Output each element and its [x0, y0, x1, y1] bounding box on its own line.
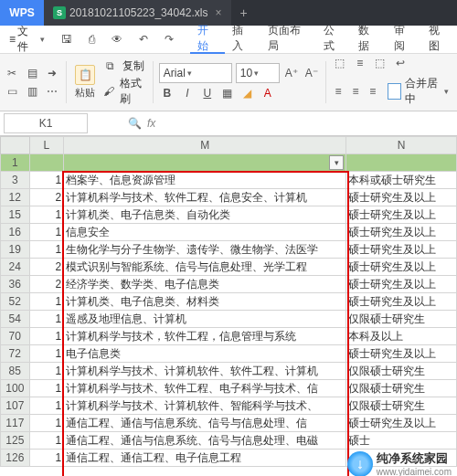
cell[interactable]: 本科及以上	[346, 328, 457, 345]
row-header[interactable]: 70	[1, 328, 30, 345]
row-header[interactable]: 107	[1, 397, 30, 415]
cell[interactable]: 本科或硕士研究生	[346, 172, 457, 189]
cell[interactable]: 计算机科学与技术、计算机软件、智能科学与技术、	[64, 397, 346, 415]
cell[interactable]: 硕士研究生及以上	[346, 206, 457, 224]
cell[interactable]: ▾	[64, 154, 346, 172]
align-top-icon[interactable]: ⬚	[332, 55, 348, 71]
underline-icon[interactable]: U	[199, 85, 216, 101]
filter-icon[interactable]: ▾	[329, 155, 344, 170]
select-all-corner[interactable]	[1, 137, 30, 154]
cell[interactable]: 遥感及地理信息、计算机	[64, 311, 346, 328]
cell[interactable]: 硕士研究生及以上	[346, 224, 457, 241]
cell[interactable]: 1	[29, 450, 64, 467]
name-box[interactable]: K1	[4, 113, 88, 133]
cell[interactable]: 1	[29, 328, 64, 345]
tab-data[interactable]: 数据	[351, 25, 387, 52]
share-icon[interactable]: ▥	[24, 83, 40, 100]
cell[interactable]: 生物化学与分子生物学、遗传学、微生物学、法医学	[64, 241, 346, 259]
cell[interactable]: 1	[29, 380, 64, 397]
align-center-icon[interactable]: ≡	[349, 83, 363, 100]
spreadsheet-grid[interactable]: L M N 1▾31档案学、信息资源管理本科或硕士研究生122计算机科学与技术、…	[0, 136, 457, 476]
row-header[interactable]: 36	[1, 276, 30, 293]
cell[interactable]: 信息安全	[64, 224, 346, 241]
row-header[interactable]: 125	[1, 432, 30, 450]
cell[interactable]: 通信工程、通信工程、电子信息工程	[64, 450, 346, 467]
open-icon[interactable]: ▭	[4, 83, 20, 100]
cell[interactable]: 硕士研究生及以上	[346, 345, 457, 363]
save-icon[interactable]: 🖫	[56, 26, 78, 53]
more-icon[interactable]: ⋯	[44, 83, 60, 100]
cell[interactable]: 通信工程、通信与信息系统、信号与信息处理、电磁	[64, 432, 346, 450]
cell[interactable]	[346, 154, 457, 172]
column-header-M[interactable]: M	[64, 137, 346, 154]
tab-start[interactable]: 开始	[190, 25, 226, 54]
increase-font-icon[interactable]: A⁺	[283, 65, 300, 81]
row-header[interactable]: 15	[1, 206, 30, 224]
cut-icon[interactable]: ✂	[4, 65, 20, 81]
undo-icon[interactable]: ↶	[133, 26, 154, 53]
cell[interactable]: 1	[29, 415, 64, 432]
decrease-font-icon[interactable]: A⁻	[303, 65, 320, 81]
new-icon[interactable]: ▤	[24, 65, 40, 81]
font-name-select[interactable]: Arial▾	[159, 63, 232, 83]
format-painter-icon[interactable]: 🖌	[102, 83, 116, 100]
cell[interactable]: 计算机科学与技术、计算机软件、软件工程、计算机	[64, 363, 346, 380]
cell[interactable]: 硕士研究生及以上	[346, 415, 457, 432]
row-header[interactable]: 16	[1, 224, 30, 241]
cell[interactable]: 硕士研究生及以上	[346, 241, 457, 259]
row-header[interactable]: 3	[1, 172, 30, 189]
copy-icon[interactable]: ⧉	[102, 58, 119, 74]
fx-label[interactable]: fx	[147, 117, 155, 130]
search-icon[interactable]: 🔍	[128, 117, 142, 130]
column-header-N[interactable]: N	[346, 137, 457, 154]
align-right-icon[interactable]: ≡	[366, 83, 379, 100]
cell[interactable]: 1	[29, 363, 64, 380]
row-header[interactable]: 54	[1, 311, 30, 328]
cell[interactable]: 1	[29, 345, 64, 363]
row-header[interactable]: 100	[1, 380, 30, 397]
cell[interactable]: 仅限硕士研究生	[346, 397, 457, 415]
file-menu[interactable]: ≡ 文件 ▾	[4, 26, 50, 53]
font-size-select[interactable]: 10▾	[236, 63, 280, 83]
cell[interactable]: 仅限硕士研究生	[346, 380, 457, 397]
cell[interactable]: 1	[29, 241, 64, 259]
wrap-icon[interactable]: ↩	[392, 55, 409, 71]
cell[interactable]: 1	[29, 224, 64, 241]
cell[interactable]: 硕士	[346, 432, 457, 450]
cell[interactable]: 1	[29, 432, 64, 450]
row-header[interactable]: 72	[1, 345, 30, 363]
row-header[interactable]: 24	[1, 259, 30, 276]
border-icon[interactable]: ▦	[219, 85, 236, 101]
cell[interactable]: 仅限硕士研究生	[346, 311, 457, 328]
close-tab-icon[interactable]: ×	[215, 6, 221, 19]
print-icon[interactable]: ⎙	[83, 26, 101, 53]
cell[interactable]: 计算机类、电子信息类、自动化类	[64, 206, 346, 224]
align-middle-icon[interactable]: ≡	[352, 55, 368, 71]
document-tab[interactable]: S 20181021105223_34042.xls ×	[44, 0, 231, 26]
cell[interactable]: 硕士研究生及以上	[346, 259, 457, 276]
row-header[interactable]: 117	[1, 415, 30, 432]
row-header[interactable]: 12	[1, 189, 30, 206]
cell[interactable]	[29, 154, 64, 172]
cell[interactable]: 1	[29, 293, 64, 311]
cell[interactable]: 计算机科学与技术、软件工程、信息安全、计算机	[64, 189, 346, 206]
cell[interactable]: 硕士研究生及以上	[346, 189, 457, 206]
cell[interactable]: 2	[29, 276, 64, 293]
format-painter-label[interactable]: 格式刷	[120, 76, 147, 107]
cell[interactable]: 1	[29, 172, 64, 189]
tab-layout[interactable]: 页面布局	[260, 25, 316, 52]
cell[interactable]: 1	[29, 206, 64, 224]
cell[interactable]: 硕士研究生及以上	[346, 276, 457, 293]
preview-icon[interactable]: 👁	[106, 26, 128, 53]
cell[interactable]: 2	[29, 189, 64, 206]
bold-icon[interactable]: B	[159, 85, 175, 101]
cell[interactable]: 计算机类、电子信息类、材料类	[64, 293, 346, 311]
cell[interactable]: 1	[29, 397, 64, 415]
row-header[interactable]: 1	[1, 154, 30, 172]
merge-center-button[interactable]: 合并居中 ▾	[383, 73, 453, 110]
tab-view[interactable]: 视图	[421, 25, 457, 52]
cell[interactable]: 经济学类、数学类、电子信息类	[64, 276, 346, 293]
arrow-icon[interactable]: ➜	[44, 65, 60, 81]
cell[interactable]: 计算机科学与技术，软件工程，信息管理与系统	[64, 328, 346, 345]
font-color-icon[interactable]: A	[260, 85, 276, 101]
